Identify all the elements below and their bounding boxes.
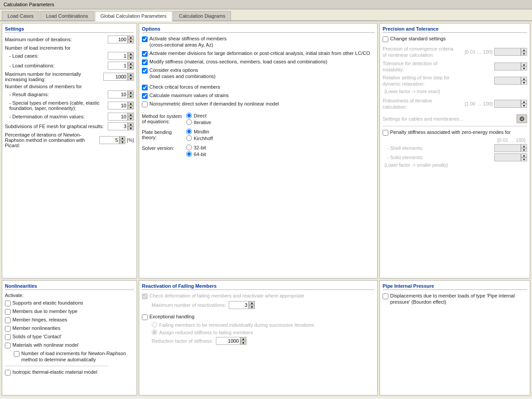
plate-label: Plate bending theory: bbox=[142, 129, 186, 140]
isotropic-checkbox[interactable] bbox=[5, 370, 11, 376]
max-reactiv-input[interactable]: 3 bbox=[229, 301, 249, 309]
subdivisions-input[interactable]: 3 bbox=[108, 122, 128, 130]
32bit-label: 32-bit bbox=[194, 145, 206, 150]
settings-panel: Settings Maximum number of iterations: 1… bbox=[2, 23, 137, 278]
max-strains-label: Calculate maximum values of strains bbox=[149, 92, 229, 98]
32bit-radio[interactable] bbox=[186, 145, 192, 150]
shell-label: - Shell elements: bbox=[383, 145, 457, 151]
max-incremental-btn-group: ▲ ▼ bbox=[128, 73, 134, 81]
settings-icon[interactable]: ⚙ bbox=[516, 114, 527, 123]
maxmin-down[interactable]: ▼ bbox=[128, 117, 134, 121]
load-cases-up[interactable]: ▲ bbox=[128, 52, 134, 56]
member-nonlin-checkbox[interactable] bbox=[5, 326, 11, 332]
robustness-up: ▲ bbox=[521, 100, 527, 104]
exceptional-checkbox[interactable] bbox=[142, 314, 148, 320]
tab-global-calc[interactable]: Global Calculation Parameters bbox=[95, 11, 172, 21]
supports-checkbox[interactable] bbox=[5, 301, 11, 306]
subdivisions-row: Subdivisions of FE mesh for graphical re… bbox=[5, 122, 134, 130]
solid-row: - Solid elements: ▲ ▼ bbox=[383, 153, 527, 161]
load-cases-input[interactable]: 1 bbox=[108, 52, 128, 60]
extra-opts-checkbox[interactable] bbox=[142, 68, 148, 74]
subdivisions-down[interactable]: ▼ bbox=[128, 126, 134, 130]
member-div-checkbox[interactable] bbox=[142, 51, 148, 57]
max-reactiv-up[interactable]: ▲ bbox=[249, 301, 255, 305]
convergence-input-group: ▲ ▼ bbox=[494, 48, 527, 56]
mindlin-radio[interactable] bbox=[186, 129, 192, 134]
shell-down: ▼ bbox=[521, 148, 527, 152]
main-content: Settings Maximum number of iterations: 1… bbox=[0, 21, 532, 397]
displacement-row: Displacements due to member loads of typ… bbox=[383, 293, 527, 305]
robustness-input-group: ▲ ▼ bbox=[494, 100, 527, 108]
critical-forces-checkbox[interactable] bbox=[142, 85, 148, 90]
reduction-down[interactable]: ▼ bbox=[240, 341, 246, 345]
special-types-input[interactable]: 10 bbox=[108, 102, 128, 110]
materials-nonlin-checkbox[interactable] bbox=[5, 343, 11, 348]
tolerance-input-group: ▲ ▼ bbox=[494, 63, 527, 70]
convergence-input bbox=[494, 48, 521, 56]
maxmin-row: - Determination of max/min values: 10 ▲ … bbox=[5, 113, 134, 121]
nonlinear-panel: Nonlinearities Activate: Supports and el… bbox=[2, 280, 137, 395]
percentage-input[interactable]: 5 bbox=[99, 136, 119, 144]
result-diagrams-input[interactable]: 10 bbox=[108, 90, 128, 98]
max-iterations-up[interactable]: ▲ bbox=[128, 35, 134, 39]
percentage-up[interactable]: ▲ bbox=[119, 136, 125, 140]
direct-radio[interactable] bbox=[186, 113, 192, 118]
change-standard-checkbox[interactable] bbox=[383, 36, 388, 42]
kirchhoff-radio[interactable] bbox=[186, 135, 192, 141]
maxmin-label: - Determination of max/min values: bbox=[5, 114, 108, 119]
lower-note-1: (Lower factor -> more exact) bbox=[384, 89, 527, 94]
result-diagrams-up[interactable]: ▲ bbox=[128, 90, 134, 94]
maxmin-up[interactable]: ▲ bbox=[128, 113, 134, 117]
percentage-down[interactable]: ▼ bbox=[119, 140, 125, 144]
members-type-checkbox[interactable] bbox=[5, 309, 11, 315]
max-iterations-down[interactable]: ▼ bbox=[128, 39, 134, 43]
iterative-radio[interactable] bbox=[186, 119, 192, 125]
tolerance-up: ▲ bbox=[521, 63, 527, 66]
hinges-checkbox[interactable] bbox=[5, 317, 11, 323]
newton-increments-checkbox[interactable] bbox=[14, 351, 20, 357]
solids-contact-checkbox[interactable] bbox=[5, 334, 11, 340]
extra-opts-label: Consider extra options (load cases and c… bbox=[149, 67, 215, 80]
robustness-down: ▼ bbox=[521, 104, 527, 108]
lower-note-2: (Lower factor -> smaller penalty) bbox=[384, 163, 527, 168]
robustness-input bbox=[494, 100, 521, 108]
reduction-up[interactable]: ▲ bbox=[240, 337, 246, 341]
max-incremental-input[interactable]: 1000 bbox=[103, 73, 128, 81]
special-types-up[interactable]: ▲ bbox=[128, 102, 134, 106]
reduction-input[interactable]: 1000 bbox=[216, 337, 240, 345]
result-diagrams-down[interactable]: ▼ bbox=[128, 94, 134, 98]
special-types-down[interactable]: ▼ bbox=[128, 106, 134, 110]
materials-nonlin-row: Materials with nonlinear model bbox=[5, 342, 134, 348]
title-bar: Calculation Parameters bbox=[0, 0, 532, 9]
penalty-checkbox[interactable] bbox=[383, 130, 388, 136]
options-panel: Options Activate shear stiffness of memb… bbox=[139, 23, 378, 278]
displacement-checkbox[interactable] bbox=[383, 293, 388, 299]
shear-checkbox[interactable] bbox=[142, 36, 148, 42]
64bit-radio[interactable] bbox=[186, 151, 192, 157]
max-iterations-input[interactable]: 100 bbox=[108, 35, 128, 43]
load-combos-up[interactable]: ▲ bbox=[128, 62, 134, 66]
method-label: Method for system of equations: bbox=[142, 113, 186, 124]
maxmin-input[interactable]: 10 bbox=[108, 113, 128, 121]
subdivisions-up[interactable]: ▲ bbox=[128, 122, 134, 126]
tab-load-combinations[interactable]: Load Combinations bbox=[40, 11, 94, 20]
load-combos-down[interactable]: ▼ bbox=[128, 66, 134, 70]
max-incremental-down[interactable]: ▼ bbox=[128, 77, 134, 81]
max-incremental-label: Maximum number for incrementally increas… bbox=[5, 71, 103, 82]
nonsym-checkbox[interactable] bbox=[142, 102, 148, 107]
direct-radio-row: Direct bbox=[186, 113, 211, 118]
solver-options: 32-bit 64-bit bbox=[186, 145, 206, 158]
load-combos-input[interactable]: 1 bbox=[108, 62, 128, 70]
reduction-btn-group: ▲ ▼ bbox=[240, 337, 246, 345]
pipe-panel: Pipe Internal Pressure Displacements due… bbox=[379, 280, 530, 395]
load-cases-down[interactable]: ▼ bbox=[128, 56, 134, 60]
tab-load-cases[interactable]: Load Cases bbox=[2, 11, 39, 20]
percentage-row: Percentage of iterations of Newton-Raphs… bbox=[5, 132, 134, 148]
max-incremental-up[interactable]: ▲ bbox=[128, 73, 134, 77]
max-strains-checkbox[interactable] bbox=[142, 93, 148, 99]
modify-stiff-checkbox[interactable] bbox=[142, 59, 148, 65]
isotropic-row: Isotropic thermal-elastic material model bbox=[5, 369, 134, 376]
subdivisions-btn-group: ▲ ▼ bbox=[128, 122, 134, 130]
max-reactiv-down[interactable]: ▼ bbox=[249, 305, 255, 309]
tab-calc-diagrams[interactable]: Calculation Diagrams bbox=[173, 11, 231, 20]
